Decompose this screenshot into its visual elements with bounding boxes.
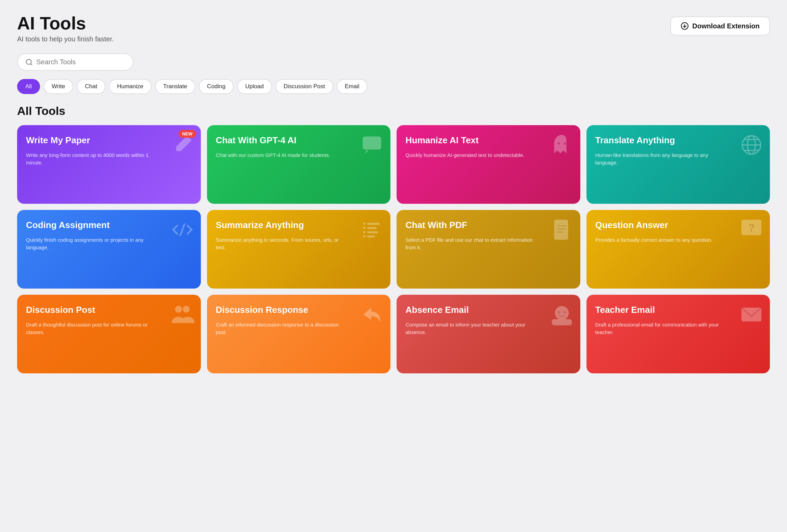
- tools-grid: NEWWrite My PaperWrite any long-form con…: [17, 125, 770, 373]
- tool-card-translate[interactable]: Translate AnythingHuman-like translation…: [586, 125, 770, 204]
- filter-tab-upload[interactable]: Upload: [237, 79, 272, 94]
- svg-rect-14: [367, 231, 378, 234]
- tool-card-summarize[interactable]: Summarize AnythingSummarize anything in …: [207, 210, 391, 289]
- filter-tabs: AllWriteChatHumanizeTranslateCodingUploa…: [17, 79, 770, 94]
- tool-card-coding-assignment[interactable]: Coding AssignmentQuickly finish coding a…: [17, 210, 201, 289]
- card-title-chat-gpt4: Chat With GPT-4 AI: [216, 135, 324, 146]
- svg-point-18: [363, 231, 365, 234]
- svg-point-27: [183, 306, 190, 312]
- card-title-humanize-ai: Humanize AI Text: [405, 135, 513, 146]
- tool-card-humanize-ai[interactable]: Humanize AI TextQuickly humanize AI-gene…: [397, 125, 580, 204]
- search-input[interactable]: [36, 58, 125, 66]
- tool-card-chat-gpt4[interactable]: Chat With GPT-4 AIChat with our custom G…: [207, 125, 391, 204]
- section-title: All Tools: [17, 104, 770, 118]
- filter-tab-all[interactable]: All: [17, 79, 40, 94]
- svg-rect-3: [363, 136, 381, 149]
- card-title-teacher-email: Teacher Email: [595, 304, 703, 316]
- svg-rect-13: [367, 227, 377, 229]
- card-desc-translate: Human-like translations from any languag…: [595, 151, 728, 167]
- card-desc-absence-email: Compose an email to inform your teacher …: [405, 321, 538, 336]
- svg-rect-15: [367, 236, 375, 238]
- card-title-question-answer: Question Answer: [595, 220, 703, 231]
- svg-rect-20: [554, 220, 568, 240]
- svg-point-19: [363, 235, 365, 238]
- title-block: AI Tools AI tools to help you finish fas…: [17, 14, 114, 43]
- card-desc-discussion-response: Craft an informed discussion response to…: [216, 321, 349, 336]
- tool-card-teacher-email[interactable]: Teacher EmailDraft a professional email …: [586, 295, 770, 373]
- card-title-write-my-paper: Write My Paper: [26, 135, 134, 146]
- tool-card-discussion-response[interactable]: Discussion ResponseCraft an informed dis…: [207, 295, 391, 373]
- svg-point-28: [555, 306, 569, 320]
- search-icon: [25, 58, 33, 66]
- page-header: AI Tools AI tools to help you finish fas…: [17, 14, 770, 43]
- card-desc-write-my-paper: Write any long-form content up to 4000 w…: [26, 151, 159, 167]
- svg-rect-29: [552, 319, 572, 325]
- page-subtitle: AI tools to help you finish faster.: [17, 35, 114, 43]
- card-title-chat-pdf: Chat With PDF: [405, 220, 513, 231]
- card-desc-chat-gpt4: Chat with our custom GPT-4 AI made for s…: [216, 151, 349, 159]
- card-desc-question-answer: Provides a factually correct answer to a…: [595, 236, 728, 244]
- filter-tab-write[interactable]: Write: [43, 79, 73, 94]
- card-title-translate: Translate Anything: [595, 135, 703, 146]
- card-title-coding-assignment: Coding Assignment: [26, 220, 134, 231]
- filter-tab-translate[interactable]: Translate: [155, 79, 195, 94]
- search-bar[interactable]: [17, 53, 133, 71]
- filter-tab-humanize[interactable]: Humanize: [109, 79, 152, 94]
- filter-tab-coding[interactable]: Coding: [199, 79, 234, 94]
- card-desc-chat-pdf: Select a PDF file and use our chat to ex…: [405, 236, 538, 252]
- tool-card-question-answer[interactable]: ?Question AnswerProvides a factually cor…: [586, 210, 770, 289]
- filter-tab-chat[interactable]: Chat: [77, 79, 105, 94]
- card-desc-teacher-email: Draft a professional email for communica…: [595, 321, 728, 336]
- tool-card-write-my-paper[interactable]: NEWWrite My PaperWrite any long-form con…: [17, 125, 201, 204]
- tool-card-chat-pdf[interactable]: Chat With PDFSelect a PDF file and use o…: [397, 210, 580, 289]
- card-title-discussion-post: Discussion Post: [26, 304, 134, 316]
- svg-point-26: [175, 306, 182, 312]
- filter-tab-email[interactable]: Email: [337, 79, 368, 94]
- tool-card-absence-email[interactable]: Absence EmailCompose an email to inform …: [397, 295, 580, 373]
- card-title-discussion-response: Discussion Response: [216, 304, 324, 316]
- svg-rect-12: [367, 223, 380, 225]
- svg-text:?: ?: [748, 222, 754, 234]
- new-badge: NEW: [179, 130, 196, 138]
- card-desc-summarize: Summarize anything in seconds. From sour…: [216, 236, 349, 252]
- card-desc-coding-assignment: Quickly finish coding assignments or pro…: [26, 236, 159, 252]
- tool-card-discussion-post[interactable]: Discussion PostDraft a thoughtful discus…: [17, 295, 201, 373]
- svg-line-2: [30, 64, 32, 65]
- page-title: AI Tools: [17, 14, 114, 33]
- filter-tab-discussion[interactable]: Discussion Post: [275, 79, 333, 94]
- card-desc-discussion-post: Draft a thoughtful discussion post for o…: [26, 321, 159, 336]
- svg-line-11: [180, 224, 185, 236]
- card-title-absence-email: Absence Email: [405, 304, 513, 316]
- svg-point-5: [564, 142, 566, 145]
- svg-point-31: [564, 311, 566, 314]
- download-icon: [681, 22, 689, 30]
- card-title-summarize: Summarize Anything: [216, 220, 324, 231]
- svg-point-30: [557, 311, 560, 314]
- svg-point-17: [363, 227, 365, 229]
- download-extension-button[interactable]: Download Extension: [670, 16, 770, 36]
- card-desc-humanize-ai: Quickly humanize AI-generated text to un…: [405, 151, 538, 159]
- svg-point-16: [363, 223, 365, 225]
- svg-point-4: [557, 142, 560, 145]
